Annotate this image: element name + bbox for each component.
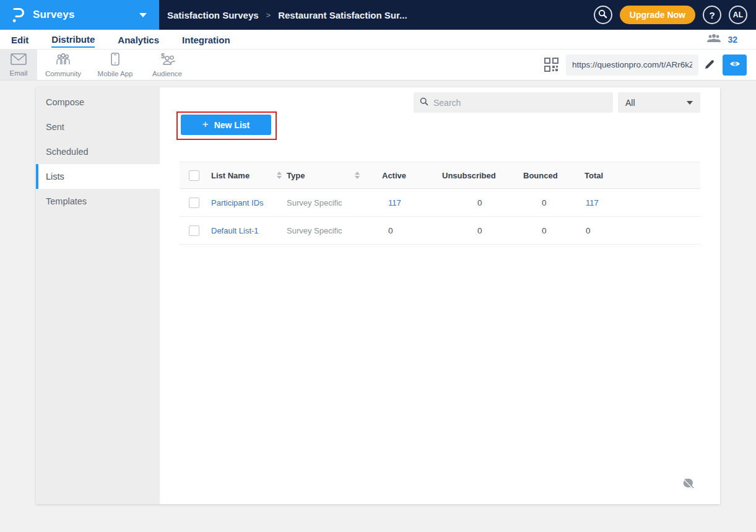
select-all-checkbox[interactable] — [189, 170, 199, 181]
help-button[interactable]: ? — [703, 6, 721, 24]
col-type[interactable]: Type — [287, 171, 305, 180]
row-checkbox[interactable] — [189, 225, 199, 236]
list-name-link[interactable]: Participant IDs — [211, 198, 264, 207]
sort-icon[interactable] — [355, 172, 360, 179]
tab-integration[interactable]: Integration — [182, 32, 230, 47]
survey-url-field[interactable] — [566, 55, 698, 76]
row-checkbox[interactable] — [189, 198, 199, 208]
community-icon — [55, 53, 71, 68]
mobile-icon — [111, 53, 119, 68]
search-input[interactable] — [433, 98, 607, 108]
col-unsubscribed: Unsubscribed — [442, 171, 496, 180]
table-header-row: List Name Type Active Unsubscribed Bounc… — [180, 162, 700, 189]
col-list-name[interactable]: List Name — [211, 171, 250, 180]
table-row: Participant IDs Survey Specific 117 0 0 … — [180, 189, 700, 217]
channel-community[interactable]: Community — [37, 50, 89, 80]
search-box — [414, 92, 613, 113]
upgrade-now-button[interactable]: Upgrade Now — [620, 6, 695, 24]
top-header: Surveys Satisfaction Surveys > Restauran… — [0, 0, 756, 30]
sidebar-item-lists[interactable]: Lists — [36, 164, 160, 189]
search-icon — [598, 9, 607, 21]
eye-icon — [729, 60, 741, 69]
search-button[interactable] — [594, 6, 612, 24]
audience-icon: $ — [159, 53, 176, 68]
svg-text:$: $ — [161, 53, 165, 59]
breadcrumb: Satisfaction Surveys > Restaurant Satisf… — [159, 0, 407, 30]
search-icon — [420, 97, 428, 108]
lists-panel: All + New List List Name — [160, 87, 720, 504]
distribute-card: Compose Sent Scheduled Lists Templates A… — [36, 87, 720, 504]
edit-url-pencil-icon[interactable] — [703, 59, 715, 71]
sidebar-item-compose[interactable]: Compose — [36, 90, 160, 115]
preview-button[interactable] — [723, 55, 747, 76]
table-row: Default List-1 Survey Specific 0 0 0 0 — [180, 217, 700, 245]
new-list-button[interactable]: + New List — [181, 115, 271, 135]
lists-table: List Name Type Active Unsubscribed Bounc… — [180, 162, 700, 245]
breadcrumb-survey[interactable]: Restaurant Satisfaction Sur... — [278, 10, 407, 20]
channel-label: Community — [45, 70, 81, 77]
product-switcher[interactable]: Surveys — [0, 0, 159, 30]
module-nav: Edit Distribute Analytics Integration 32 — [0, 30, 756, 50]
chevron-down-icon — [139, 13, 147, 17]
list-filter-dropdown[interactable]: All — [618, 92, 700, 113]
annotation-highlight: + New List — [176, 111, 277, 140]
collaborators-icon[interactable] — [706, 33, 721, 46]
header-actions: Upgrade Now ? AL — [594, 0, 756, 30]
tab-edit[interactable]: Edit — [11, 32, 28, 47]
active-count-link[interactable]: 117 — [382, 198, 401, 207]
channel-label: Email — [10, 69, 28, 77]
chevron-down-icon — [687, 101, 693, 105]
breadcrumb-separator-icon: > — [266, 11, 271, 20]
channel-label: Mobile App — [98, 70, 133, 77]
sort-icon[interactable] — [277, 172, 282, 179]
avatar[interactable]: AL — [729, 6, 747, 24]
distribute-sidebar: Compose Sent Scheduled Lists Templates — [36, 87, 160, 504]
sidebar-item-templates[interactable]: Templates — [36, 189, 160, 214]
plus-icon: + — [202, 118, 209, 131]
filter-value: All — [625, 98, 635, 108]
tab-distribute[interactable]: Distribute — [51, 32, 95, 48]
channel-toolbar: Email Community Mobile App $ Audience — [0, 50, 756, 81]
channel-label: Audience — [152, 70, 182, 77]
channel-audience[interactable]: $ Audience — [141, 50, 193, 80]
col-active: Active — [382, 171, 406, 180]
breadcrumb-folder[interactable]: Satisfaction Surveys — [167, 10, 259, 20]
col-total: Total — [584, 171, 603, 180]
chat-widget-disabled-icon[interactable] — [682, 477, 695, 493]
workspace: Compose Sent Scheduled Lists Templates A… — [0, 81, 756, 531]
app-title: Surveys — [33, 9, 75, 21]
channel-mobile-app[interactable]: Mobile App — [89, 50, 141, 80]
qr-code-icon[interactable] — [544, 58, 558, 72]
response-count[interactable]: 32 — [728, 35, 737, 45]
sidebar-item-scheduled[interactable]: Scheduled — [36, 139, 160, 164]
sidebar-item-sent[interactable]: Sent — [36, 115, 160, 139]
total-count-link[interactable]: 117 — [584, 198, 599, 207]
channel-email[interactable]: Email — [0, 50, 37, 80]
email-icon — [11, 53, 27, 68]
questionpro-logo-icon — [11, 7, 25, 24]
col-bounced: Bounced — [523, 171, 558, 180]
list-name-link[interactable]: Default List-1 — [211, 226, 259, 235]
tab-analytics[interactable]: Analytics — [118, 32, 159, 47]
